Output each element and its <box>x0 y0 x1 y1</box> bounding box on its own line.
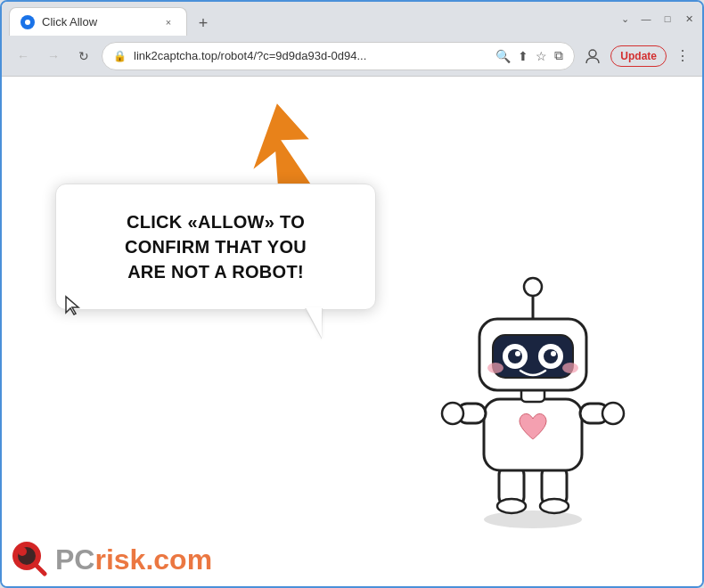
svg-point-5 <box>484 510 582 528</box>
share-icon[interactable]: ⬆ <box>518 49 528 63</box>
tab-strip-menu-button[interactable]: ⌄ <box>618 12 631 25</box>
page-content: CLICK «ALLOW» TO CONFIRM THAT YOU ARE NO… <box>2 77 702 586</box>
svg-point-2 <box>589 50 596 57</box>
svg-point-18 <box>524 278 542 296</box>
svg-point-23 <box>544 349 558 363</box>
close-button[interactable]: ✕ <box>683 12 695 25</box>
mouse-cursor <box>64 295 82 321</box>
address-bar-icons: 🔍 ⬆ ☆ ⧉ <box>495 48 563 63</box>
svg-point-14 <box>602 403 624 424</box>
navigation-bar: ← → ↻ 🔒 link2captcha.top/robot4/?c=9d9da… <box>2 36 702 77</box>
refresh-button[interactable]: ↻ <box>71 44 96 69</box>
bookmark-icon[interactable]: ☆ <box>536 49 547 63</box>
profile-icon <box>585 48 601 64</box>
tab-title: Click Allow <box>42 15 97 29</box>
forward-button[interactable]: → <box>41 44 66 69</box>
svg-point-26 <box>487 363 503 373</box>
tab-area: Click Allow × + <box>9 2 610 36</box>
minimize-button[interactable]: — <box>640 12 652 25</box>
back-button[interactable]: ← <box>11 44 36 69</box>
new-tab-button[interactable]: + <box>191 11 216 36</box>
bubble-line2: ARE NOT A ROBOT! <box>127 262 304 282</box>
bubble-text: CLICK «ALLOW» TO CONFIRM THAT YOU ARE NO… <box>83 209 348 284</box>
svg-point-25 <box>551 351 556 356</box>
pcrisk-logo-icon <box>11 540 50 579</box>
pcrisk-pc-text: PC <box>55 543 94 576</box>
pcrisk-risk-text: risk.com <box>94 543 212 576</box>
robot-character <box>435 265 631 533</box>
tab-close-button[interactable]: × <box>161 15 176 29</box>
nav-right-controls: Update ⋮ <box>580 44 693 69</box>
svg-point-8 <box>497 499 526 513</box>
profile-button[interactable] <box>580 44 605 69</box>
window-controls: ⌄ — □ ✕ <box>618 12 695 25</box>
maximize-button[interactable]: □ <box>661 12 674 25</box>
speech-bubble: CLICK «ALLOW» TO CONFIRM THAT YOU ARE NO… <box>55 184 376 310</box>
browser-window: Click Allow × + ⌄ — □ ✕ ← → ↻ 🔒 link2cap… <box>0 0 704 588</box>
svg-point-22 <box>508 349 522 363</box>
svg-point-27 <box>562 363 578 373</box>
extensions-icon[interactable]: ⧉ <box>554 48 563 63</box>
svg-marker-28 <box>66 297 78 314</box>
tab-favicon <box>20 15 35 29</box>
update-button[interactable]: Update <box>610 45 667 67</box>
active-tab[interactable]: Click Allow × <box>9 7 187 36</box>
pcrisk-label: PCrisk.com <box>55 543 212 576</box>
title-bar: Click Allow × + ⌄ — □ ✕ <box>2 2 702 36</box>
browser-menu-button[interactable]: ⋮ <box>672 44 693 68</box>
bubble-line1: CLICK «ALLOW» TO CONFIRM THAT YOU <box>125 212 307 257</box>
robot-svg <box>435 265 631 533</box>
pcrisk-watermark: PCrisk.com <box>11 540 212 579</box>
lock-icon: 🔒 <box>113 50 127 62</box>
svg-point-1 <box>25 20 30 25</box>
url-text: link2captcha.top/robot4/?c=9d9da93d-0d94… <box>134 49 488 62</box>
address-bar[interactable]: 🔒 link2captcha.top/robot4/?c=9d9da93d-0d… <box>102 42 575 70</box>
svg-point-12 <box>442 403 463 424</box>
svg-line-32 <box>36 565 45 574</box>
search-icon[interactable]: 🔍 <box>495 49 511 63</box>
svg-point-9 <box>540 499 569 513</box>
svg-point-24 <box>515 351 520 356</box>
